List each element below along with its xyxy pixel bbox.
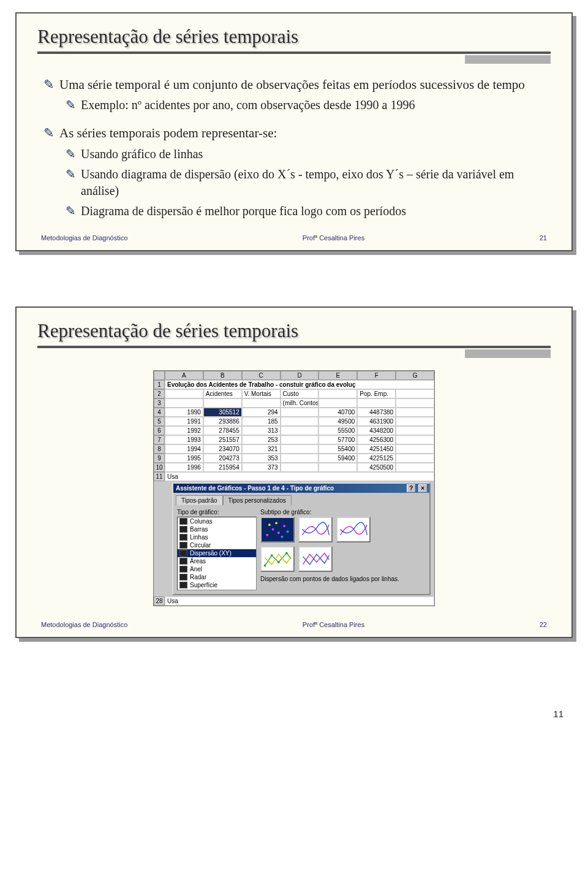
row-header[interactable]: 5 xyxy=(154,417,165,426)
cell[interactable]: Pop. Emp. xyxy=(357,389,396,398)
cell[interactable]: 57700 xyxy=(318,435,357,444)
tab-standard-types[interactable]: Tipos-padrão xyxy=(176,495,223,505)
cell[interactable] xyxy=(281,408,319,417)
cell[interactable]: (milh. Contos) xyxy=(281,398,319,408)
cell[interactable]: 1992 xyxy=(165,426,203,435)
cell[interactable] xyxy=(396,444,434,454)
col-header[interactable]: B xyxy=(203,371,242,380)
row-header[interactable]: 1 xyxy=(154,380,165,389)
cell[interactable]: 40700 xyxy=(318,408,357,417)
chart-type-item[interactable]: Dispersão (XY) xyxy=(178,549,256,557)
chart-type-item[interactable]: Superfície xyxy=(178,581,256,589)
cell[interactable]: 373 xyxy=(242,463,281,472)
help-button[interactable]: ? xyxy=(407,484,415,492)
chart-type-list[interactable]: ColunasBarrasLinhasCircularDispersão (XY… xyxy=(177,517,257,590)
cell[interactable] xyxy=(357,398,396,408)
cell[interactable] xyxy=(281,454,319,463)
cell[interactable] xyxy=(165,389,203,398)
cell[interactable] xyxy=(165,398,203,408)
cell[interactable]: 4250500 xyxy=(357,463,396,472)
corner-cell[interactable] xyxy=(154,371,165,380)
col-header[interactable]: E xyxy=(318,371,357,380)
cell[interactable]: 234070 xyxy=(203,444,242,454)
col-header[interactable]: D xyxy=(281,371,319,380)
row-header[interactable]: 9 xyxy=(154,454,165,463)
chart-type-item[interactable]: Anel xyxy=(178,565,256,573)
cell[interactable] xyxy=(318,398,357,408)
subtype-scatter-smooth-nomarkers[interactable] xyxy=(336,517,371,542)
cell[interactable]: 305512 xyxy=(203,408,242,417)
cell[interactable] xyxy=(396,389,434,398)
cell[interactable]: 4631900 xyxy=(357,417,396,426)
cell[interactable]: 4487380 xyxy=(357,408,396,417)
cell[interactable]: 1996 xyxy=(165,463,203,472)
row-header[interactable]: 10 xyxy=(154,463,165,472)
cell[interactable] xyxy=(396,398,434,408)
cell[interactable]: 4225125 xyxy=(357,454,396,463)
cell[interactable]: 294 xyxy=(242,408,281,417)
cell[interactable] xyxy=(318,463,357,472)
subtype-scatter-lines[interactable] xyxy=(260,546,295,572)
cell[interactable]: 185 xyxy=(242,417,281,426)
cell[interactable] xyxy=(396,454,434,463)
chart-type-item[interactable]: Circular xyxy=(178,541,256,549)
chart-type-item[interactable]: Áreas xyxy=(178,557,256,565)
subtype-scatter-smooth[interactable] xyxy=(298,517,333,542)
cell[interactable] xyxy=(396,426,434,435)
row-header[interactable]: 28 xyxy=(154,596,165,606)
cell[interactable]: 59400 xyxy=(318,454,357,463)
cell[interactable] xyxy=(396,435,434,444)
cell[interactable]: Custo xyxy=(281,389,319,398)
row-header[interactable]: 2 xyxy=(154,389,165,398)
cell[interactable]: 4256300 xyxy=(357,435,396,444)
cell[interactable]: 55400 xyxy=(318,444,357,454)
cell[interactable]: 215954 xyxy=(203,463,242,472)
subtype-scatter-lines-nomarkers[interactable] xyxy=(298,546,333,572)
row-header[interactable]: 4 xyxy=(154,408,165,417)
cell[interactable]: 1993 xyxy=(165,435,203,444)
row-header[interactable]: 7 xyxy=(154,435,165,444)
cell[interactable]: 253 xyxy=(242,435,281,444)
close-button[interactable]: × xyxy=(418,484,427,492)
cell[interactable] xyxy=(242,398,281,408)
cell[interactable]: Evolução dos Acidentes de Trabalho - con… xyxy=(165,380,434,389)
subtype-scatter-markers[interactable] xyxy=(260,517,295,542)
row-header[interactable]: 3 xyxy=(154,398,165,408)
cell[interactable] xyxy=(281,463,319,472)
cell[interactable] xyxy=(281,435,319,444)
cell[interactable]: 278455 xyxy=(203,426,242,435)
cell[interactable]: 55500 xyxy=(318,426,357,435)
col-header[interactable]: C xyxy=(242,371,281,380)
cell[interactable]: Usa xyxy=(165,596,434,606)
cell[interactable]: Usa xyxy=(165,472,434,481)
cell[interactable]: 4251450 xyxy=(357,444,396,454)
cell[interactable]: 293886 xyxy=(203,417,242,426)
col-header[interactable]: A xyxy=(165,371,203,380)
cell[interactable]: 1995 xyxy=(165,454,203,463)
cell[interactable] xyxy=(318,389,357,398)
dialog-titlebar[interactable]: Assistente de Gráficos - Passo 1 de 4 - … xyxy=(173,484,429,493)
col-header[interactable]: F xyxy=(357,371,396,380)
row-header[interactable]: 8 xyxy=(154,444,165,454)
cell[interactable]: 1994 xyxy=(165,444,203,454)
cell[interactable]: 4348200 xyxy=(357,426,396,435)
cell[interactable] xyxy=(396,463,434,472)
cell[interactable]: V. Mortais xyxy=(242,389,281,398)
cell[interactable] xyxy=(281,444,319,454)
chart-type-item[interactable]: Colunas xyxy=(178,517,256,525)
cell[interactable] xyxy=(281,417,319,426)
cell[interactable] xyxy=(281,426,319,435)
cell[interactable]: 1990 xyxy=(165,408,203,417)
tab-custom-types[interactable]: Tipos personalizados xyxy=(223,495,292,505)
cell[interactable]: 1991 xyxy=(165,417,203,426)
cell[interactable]: 321 xyxy=(242,444,281,454)
cell[interactable]: Acidentes xyxy=(203,389,242,398)
cell[interactable] xyxy=(203,398,242,408)
cell[interactable]: 251557 xyxy=(203,435,242,444)
row-header[interactable]: 6 xyxy=(154,426,165,435)
chart-type-item[interactable]: Linhas xyxy=(178,533,256,541)
cell[interactable]: 204273 xyxy=(203,454,242,463)
cell[interactable]: 49500 xyxy=(318,417,357,426)
cell[interactable] xyxy=(396,408,434,417)
row-header[interactable]: 11 xyxy=(154,472,165,481)
